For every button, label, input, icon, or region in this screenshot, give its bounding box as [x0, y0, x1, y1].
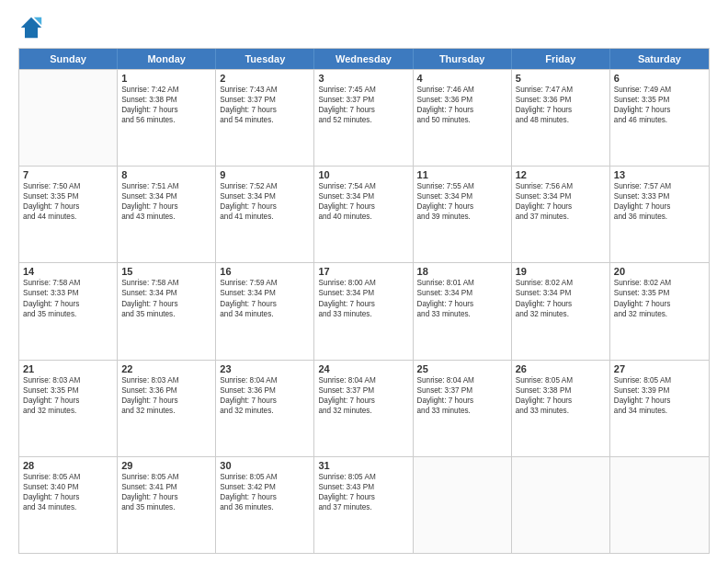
- cell-line: Sunset: 3:34 PM: [220, 288, 310, 298]
- day-number: 14: [23, 266, 113, 277]
- page: SundayMondayTuesdayWednesdayThursdayFrid…: [0, 0, 728, 563]
- day-number: 11: [417, 169, 507, 180]
- cal-cell: 20Sunrise: 8:02 AMSunset: 3:35 PMDayligh…: [610, 263, 709, 359]
- cell-line: Sunset: 3:41 PM: [121, 482, 211, 492]
- cell-line: Sunset: 3:35 PM: [23, 385, 113, 396]
- cell-line: Sunset: 3:33 PM: [614, 191, 705, 201]
- cell-line: Daylight: 7 hours: [23, 299, 113, 309]
- cell-line: Daylight: 7 hours: [23, 396, 113, 406]
- cell-line: Daylight: 7 hours: [121, 396, 211, 406]
- cal-cell: 3Sunrise: 7:45 AMSunset: 3:37 PMDaylight…: [314, 70, 413, 166]
- cell-line: and 52 minutes.: [318, 115, 408, 125]
- cell-line: Sunset: 3:33 PM: [23, 288, 113, 298]
- cell-line: Sunset: 3:37 PM: [318, 95, 408, 105]
- cell-line: Sunset: 3:36 PM: [417, 95, 507, 105]
- cal-cell: 5Sunrise: 7:47 AMSunset: 3:36 PMDaylight…: [512, 70, 610, 166]
- cell-line: Daylight: 7 hours: [318, 396, 408, 406]
- day-number: 20: [614, 266, 705, 277]
- cell-line: and 33 minutes.: [516, 406, 606, 416]
- cell-line: Sunset: 3:35 PM: [614, 288, 705, 298]
- cell-line: Daylight: 7 hours: [417, 396, 507, 406]
- cell-line: and 50 minutes.: [417, 115, 507, 125]
- cell-line: and 43 minutes.: [121, 212, 211, 222]
- cell-line: Sunrise: 7:51 AM: [121, 181, 211, 191]
- cell-line: Sunset: 3:43 PM: [318, 482, 408, 492]
- cal-cell: 22Sunrise: 8:03 AMSunset: 3:36 PMDayligh…: [118, 361, 216, 456]
- cell-line: and 40 minutes.: [318, 212, 408, 222]
- cell-line: Daylight: 7 hours: [121, 201, 211, 212]
- day-number: 9: [220, 169, 310, 180]
- cell-line: Sunset: 3:34 PM: [516, 288, 606, 298]
- day-number: 1: [121, 73, 211, 84]
- cell-line: Sunrise: 8:05 AM: [516, 375, 606, 385]
- cal-cell: 23Sunrise: 8:04 AMSunset: 3:36 PMDayligh…: [216, 361, 314, 456]
- cell-line: Sunrise: 7:52 AM: [220, 181, 310, 191]
- cell-line: Daylight: 7 hours: [516, 396, 606, 406]
- cell-line: and 32 minutes.: [121, 406, 211, 416]
- cell-line: Sunset: 3:38 PM: [516, 385, 606, 396]
- cell-line: Sunset: 3:34 PM: [516, 191, 606, 201]
- cal-cell: 31Sunrise: 8:05 AMSunset: 3:43 PMDayligh…: [314, 457, 413, 553]
- cell-line: Sunrise: 8:05 AM: [23, 472, 113, 482]
- cell-line: Sunrise: 7:42 AM: [121, 85, 211, 95]
- day-number: 19: [516, 266, 606, 277]
- cal-cell: 13Sunrise: 7:57 AMSunset: 3:33 PMDayligh…: [610, 167, 709, 262]
- cal-cell: 6Sunrise: 7:49 AMSunset: 3:35 PMDaylight…: [610, 70, 709, 166]
- cal-header-monday: Monday: [118, 49, 216, 69]
- cal-cell: 14Sunrise: 7:58 AMSunset: 3:33 PMDayligh…: [19, 263, 118, 359]
- cell-line: Sunrise: 8:00 AM: [318, 278, 408, 288]
- day-number: 30: [220, 460, 310, 471]
- cal-cell: 15Sunrise: 7:58 AMSunset: 3:34 PMDayligh…: [118, 263, 216, 359]
- cal-cell: 26Sunrise: 8:05 AMSunset: 3:38 PMDayligh…: [512, 361, 610, 456]
- cal-cell: 12Sunrise: 7:56 AMSunset: 3:34 PMDayligh…: [512, 167, 610, 262]
- cell-line: Sunset: 3:40 PM: [23, 482, 113, 492]
- day-number: 15: [121, 266, 211, 277]
- cal-cell: 25Sunrise: 8:04 AMSunset: 3:37 PMDayligh…: [414, 361, 512, 456]
- day-number: 2: [220, 73, 310, 84]
- header: [18, 15, 710, 40]
- cell-line: and 32 minutes.: [516, 309, 606, 319]
- cell-line: Daylight: 7 hours: [121, 299, 211, 309]
- cell-line: Sunrise: 8:02 AM: [614, 278, 705, 288]
- cal-header-sunday: Sunday: [19, 49, 118, 69]
- day-number: 22: [121, 363, 211, 374]
- cell-line: Daylight: 7 hours: [318, 105, 408, 115]
- cal-cell: 7Sunrise: 7:50 AMSunset: 3:35 PMDaylight…: [19, 167, 118, 262]
- calendar: SundayMondayTuesdayWednesdayThursdayFrid…: [18, 48, 710, 554]
- cell-line: Sunset: 3:36 PM: [516, 95, 606, 105]
- day-number: 4: [417, 73, 507, 84]
- cell-line: Sunrise: 7:58 AM: [23, 278, 113, 288]
- cell-line: Daylight: 7 hours: [614, 201, 705, 212]
- cal-row-4: 28Sunrise: 8:05 AMSunset: 3:40 PMDayligh…: [19, 456, 709, 553]
- cal-cell: 9Sunrise: 7:52 AMSunset: 3:34 PMDaylight…: [216, 167, 314, 262]
- cell-line: and 32 minutes.: [23, 406, 113, 416]
- cal-cell: 24Sunrise: 8:04 AMSunset: 3:37 PMDayligh…: [314, 361, 413, 456]
- cell-line: Sunrise: 8:05 AM: [121, 472, 211, 482]
- cal-cell: [19, 70, 118, 166]
- cell-line: Sunrise: 8:05 AM: [614, 375, 705, 385]
- cell-line: Sunrise: 7:55 AM: [417, 181, 507, 191]
- cell-line: and 46 minutes.: [614, 115, 705, 125]
- cell-line: Daylight: 7 hours: [417, 201, 507, 212]
- cal-cell: [512, 457, 610, 553]
- cell-line: Sunset: 3:34 PM: [220, 191, 310, 201]
- cal-cell: 11Sunrise: 7:55 AMSunset: 3:34 PMDayligh…: [414, 167, 512, 262]
- day-number: 25: [417, 363, 507, 374]
- day-number: 17: [318, 266, 408, 277]
- cell-line: and 34 minutes.: [23, 502, 113, 512]
- day-number: 23: [220, 363, 310, 374]
- cell-line: and 32 minutes.: [614, 309, 705, 319]
- day-number: 5: [516, 73, 606, 84]
- cell-line: and 39 minutes.: [417, 212, 507, 222]
- cell-line: Daylight: 7 hours: [417, 105, 507, 115]
- cell-line: Sunrise: 8:03 AM: [121, 375, 211, 385]
- cell-line: Daylight: 7 hours: [614, 105, 705, 115]
- cell-line: and 32 minutes.: [220, 406, 310, 416]
- cal-header-thursday: Thursday: [414, 49, 512, 69]
- cal-header-wednesday: Wednesday: [314, 49, 413, 69]
- cell-line: and 41 minutes.: [220, 212, 310, 222]
- cell-line: Sunset: 3:42 PM: [220, 482, 310, 492]
- day-number: 24: [318, 363, 408, 374]
- cell-line: Sunrise: 8:04 AM: [417, 375, 507, 385]
- cal-cell: [610, 457, 709, 553]
